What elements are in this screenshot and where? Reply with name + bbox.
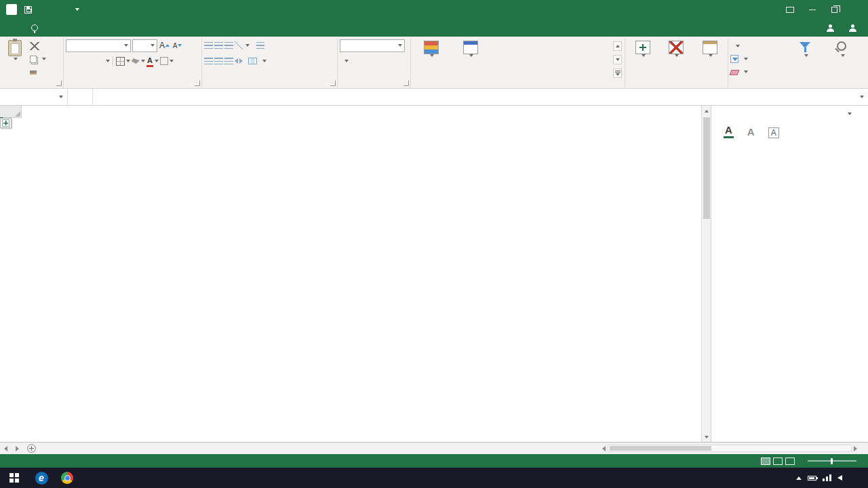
comma-style-button[interactable] — [366, 55, 377, 67]
font-name-combo[interactable] — [66, 39, 131, 52]
styles-group — [411, 38, 625, 88]
delete-cells-button[interactable] — [660, 39, 692, 79]
clipboard-dialog-launcher[interactable] — [56, 81, 62, 86]
align-center-button[interactable] — [214, 58, 223, 64]
gallery-more-button[interactable] — [613, 68, 622, 78]
battery-icon[interactable] — [808, 476, 816, 481]
chrome-button[interactable] — [54, 468, 80, 488]
fill-color-icon — [132, 58, 140, 64]
scroll-up-button[interactable] — [702, 106, 711, 116]
name-box[interactable] — [0, 89, 68, 105]
wrap-text-icon — [256, 42, 264, 49]
font-color-button[interactable]: A — [146, 55, 159, 67]
italic-button[interactable] — [79, 55, 90, 67]
text-fill-tab-icon[interactable]: A — [724, 124, 734, 138]
font-dialog-launcher[interactable] — [195, 81, 200, 86]
number-dialog-launcher[interactable] — [403, 81, 409, 86]
font-size-combo[interactable] — [132, 39, 157, 52]
sheet-scroll-right-button[interactable] — [12, 443, 23, 454]
wrap-text-button[interactable] — [256, 39, 267, 52]
align-bottom-button[interactable] — [224, 42, 233, 49]
gallery-down-button[interactable] — [613, 55, 622, 64]
vertical-scroll-thumb[interactable] — [703, 117, 710, 219]
page-layout-view-button[interactable] — [773, 458, 783, 465]
sort-filter-button[interactable] — [788, 39, 823, 79]
increase-font-button[interactable]: A — [159, 39, 170, 52]
page-break-view-button[interactable] — [785, 458, 795, 465]
new-sheet-button[interactable] — [23, 443, 39, 454]
autofill-options-button[interactable] — [0, 118, 12, 128]
person-icon — [827, 24, 834, 32]
decrease-font-button[interactable]: A — [172, 39, 183, 52]
number-format-combo[interactable] — [340, 39, 405, 52]
sheet-tab-bar — [0, 442, 868, 454]
share-button[interactable] — [842, 19, 868, 37]
fill-color-button[interactable] — [132, 55, 145, 67]
increase-decimal-button[interactable] — [378, 55, 390, 67]
save-button[interactable] — [20, 1, 36, 18]
copy-button[interactable] — [30, 53, 46, 65]
tell-me-box[interactable] — [23, 19, 50, 37]
plus-circle-icon — [27, 444, 36, 453]
formula-bar-expand-button[interactable] — [854, 89, 868, 105]
orientation-button[interactable] — [235, 41, 243, 49]
bold-button[interactable] — [66, 55, 77, 67]
align-middle-button[interactable] — [214, 42, 223, 49]
network-icon[interactable] — [823, 474, 831, 481]
horizontal-scrollbar[interactable] — [602, 443, 868, 454]
align-right-button[interactable] — [224, 58, 233, 64]
percent-style-button[interactable] — [353, 55, 364, 67]
cut-button[interactable] — [30, 40, 46, 52]
start-button[interactable] — [0, 468, 28, 488]
phonetic-button[interactable] — [160, 55, 174, 67]
paste-button[interactable] — [2, 39, 28, 79]
merge-center-button[interactable] — [248, 55, 267, 67]
underline-button[interactable] — [92, 55, 103, 67]
find-select-button[interactable] — [825, 39, 859, 79]
pane-options-chevron-icon[interactable] — [848, 113, 852, 115]
format-as-table-button[interactable] — [452, 39, 488, 79]
insert-cells-button[interactable] — [627, 39, 658, 79]
file-tab[interactable] — [0, 19, 23, 37]
close-button[interactable] — [846, 0, 868, 19]
decrease-indent-button[interactable] — [235, 58, 238, 64]
autosum-button[interactable] — [730, 40, 786, 52]
hscroll-right-arrow-icon[interactable] — [854, 446, 857, 451]
increase-indent-button[interactable] — [239, 58, 243, 64]
minimize-button[interactable] — [801, 0, 823, 19]
scroll-down-button[interactable] — [702, 432, 711, 442]
conditional-formatting-button[interactable] — [413, 39, 450, 79]
cells-group — [625, 38, 728, 88]
accounting-format-button[interactable] — [340, 55, 351, 67]
align-top-button[interactable] — [204, 42, 213, 49]
sign-in-button[interactable] — [815, 19, 842, 37]
select-all-corner[interactable] — [0, 106, 22, 118]
clear-button[interactable] — [730, 66, 786, 78]
vertical-scrollbar[interactable] — [701, 106, 711, 442]
zoom-slider-thumb[interactable] — [831, 458, 833, 464]
decrease-decimal-button[interactable] — [391, 55, 403, 67]
text-outline-tab-icon[interactable]: A — [746, 126, 756, 138]
format-cells-button[interactable] — [694, 39, 726, 79]
redo-button[interactable] — [52, 1, 68, 18]
format-painter-button[interactable] — [30, 66, 46, 78]
borders-button[interactable] — [116, 55, 130, 67]
hscroll-left-arrow-icon[interactable] — [602, 446, 606, 451]
hidden-icons-chevron[interactable] — [796, 476, 802, 480]
gallery-up-button[interactable] — [613, 41, 622, 51]
zoom-slider[interactable] — [808, 460, 856, 462]
fill-button[interactable] — [730, 53, 786, 65]
volume-icon[interactable] — [837, 475, 842, 481]
normal-view-button[interactable] — [761, 458, 770, 465]
text-effects-tab-icon[interactable]: A — [768, 127, 779, 138]
undo-button[interactable] — [36, 1, 52, 18]
restore-button[interactable] — [823, 0, 846, 19]
sheet-scroll-left-button[interactable] — [0, 443, 12, 454]
horizontal-scroll-thumb[interactable] — [610, 446, 711, 451]
customize-qat-button[interactable] — [68, 1, 85, 18]
edge-button[interactable]: e — [28, 468, 54, 488]
formula-input[interactable] — [93, 89, 854, 105]
align-left-button[interactable] — [204, 58, 213, 64]
alignment-dialog-launcher[interactable] — [330, 81, 336, 86]
ribbon-display-options-button[interactable] — [778, 0, 801, 19]
